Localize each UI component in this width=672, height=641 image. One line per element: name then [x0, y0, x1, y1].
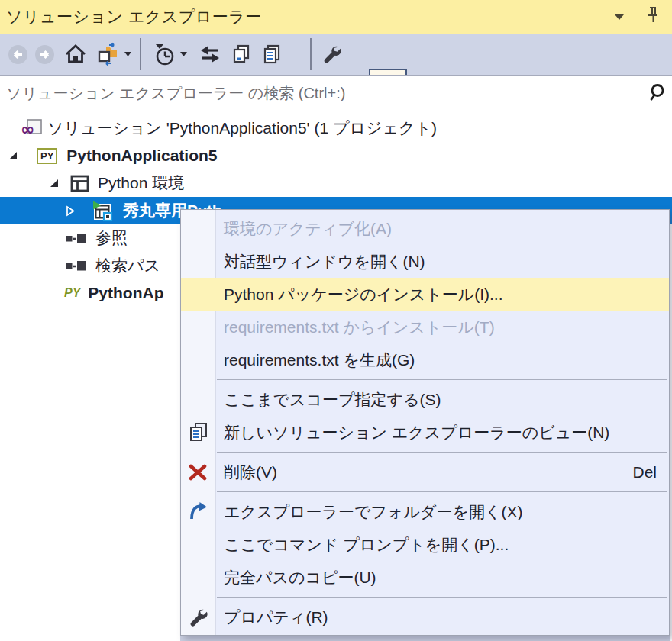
menu-item-install-from-requirements[interactable]: requirements.txt からインストール(T) [181, 311, 669, 343]
panel-title: ソリューション エクスプローラー [6, 6, 262, 27]
pin-icon[interactable] [645, 5, 660, 28]
menu-separator [217, 491, 667, 492]
new-solution-explorer-view-icon [187, 421, 210, 444]
tree-item-label: 参照 [95, 227, 128, 249]
menu-item-new-solution-explorer-view[interactable]: 新しいソリューション エクスプローラーのビュー(N) [181, 416, 669, 449]
preview-selected-button[interactable] [231, 39, 252, 69]
tree-item-project[interactable]: PY PythonApplication5 [0, 142, 672, 169]
menu-item-install-python-package[interactable]: Python パッケージのインストール(I)... [181, 278, 669, 311]
menu-item-copy-full-path[interactable]: 完全パスのコピー(U) [181, 561, 669, 594]
python-environment-icon [91, 200, 113, 222]
switch-views-button[interactable] [96, 39, 132, 69]
menu-item-delete[interactable]: 削除(V) Del [181, 456, 669, 488]
clock-filter-icon [153, 43, 176, 66]
home-button[interactable] [64, 39, 87, 69]
forward-circle-icon [34, 44, 55, 65]
document-lines-icon [261, 43, 283, 65]
tree-item-python-environments[interactable]: Python 環境 [0, 169, 672, 197]
references-icon [66, 230, 86, 246]
switch-views-icon [96, 42, 121, 66]
menu-item-open-command-prompt-here[interactable]: ここでコマンド プロンプトを開く(P)... [181, 528, 669, 561]
open-in-explorer-arrow-icon [187, 501, 210, 523]
sync-button[interactable] [199, 39, 221, 69]
pending-changes-filter-button[interactable] [153, 39, 188, 69]
python-project-icon: PY [37, 148, 57, 164]
panel-title-bar: ソリューション エクスプローラー [0, 0, 672, 34]
menu-item-scope-to-this[interactable]: ここまでスコープ指定する(S) [181, 383, 669, 416]
context-menu: 環境のアクティブ化(A) 対話型ウィンドウを開く(N) Python パッケージ… [180, 209, 670, 636]
expander-expanded-icon[interactable] [8, 150, 18, 161]
menu-item-properties[interactable]: プロパティ(R) [181, 601, 669, 633]
wrench-icon [321, 43, 342, 65]
properties-button[interactable] [321, 39, 342, 69]
back-button[interactable] [8, 39, 28, 69]
panel-bottom-edge [180, 636, 670, 641]
solution-explorer-panel: ソリューション エクスプローラー [0, 0, 672, 641]
back-circle-icon [8, 44, 28, 65]
tree-item-label: ソリューション 'PythonApplication5' (1 プロジェクト) [47, 118, 437, 139]
solution-icon: ∞ [20, 118, 43, 139]
toolbar-separator [310, 38, 312, 70]
toolbar [0, 34, 672, 75]
sync-arrows-icon [199, 43, 221, 65]
svg-text:∞: ∞ [21, 120, 34, 139]
wrench-icon [187, 607, 208, 628]
tree-item-solution[interactable]: ∞ ソリューション 'PythonApplication5' (1 プロジェクト… [0, 114, 672, 142]
document-stack-icon [231, 43, 252, 65]
search-paths-icon [66, 258, 86, 273]
menu-separator [217, 379, 667, 380]
menu-item-open-interactive-window[interactable]: 対話型ウィンドウを開く(N) [181, 245, 669, 278]
menu-item-open-folder-in-explorer[interactable]: エクスプローラーでフォルダーを開く(X) [181, 495, 669, 528]
expander-collapsed-icon[interactable] [66, 205, 76, 217]
chevron-down-icon[interactable] [614, 10, 625, 24]
menu-separator [217, 597, 667, 598]
home-icon [64, 43, 87, 65]
delete-x-icon [187, 462, 208, 483]
expander-expanded-icon[interactable] [49, 178, 60, 188]
chevron-down-icon [124, 51, 132, 57]
menu-item-activate-environment[interactable]: 環境のアクティブ化(A) [181, 212, 669, 245]
toolbar-separator [140, 38, 141, 70]
python-environments-icon [70, 174, 89, 193]
search-input[interactable] [0, 84, 648, 103]
tree-item-label: Python 環境 [98, 172, 184, 194]
tree-item-label: PythonAp [88, 284, 163, 302]
menu-shortcut: Del [632, 463, 657, 482]
collapse-all-button[interactable] [261, 39, 283, 69]
chevron-down-icon [179, 51, 188, 57]
menu-item-generate-requirements[interactable]: requirements.txt を生成(G) [181, 343, 669, 376]
search-icon[interactable] [648, 83, 667, 103]
forward-button[interactable] [34, 39, 55, 69]
tree-item-label: PythonApplication5 [66, 147, 217, 165]
search-bar [0, 75, 672, 111]
tree-item-label: 検索パス [95, 255, 160, 276]
menu-separator [217, 452, 667, 453]
python-file-icon: PY [64, 286, 80, 300]
